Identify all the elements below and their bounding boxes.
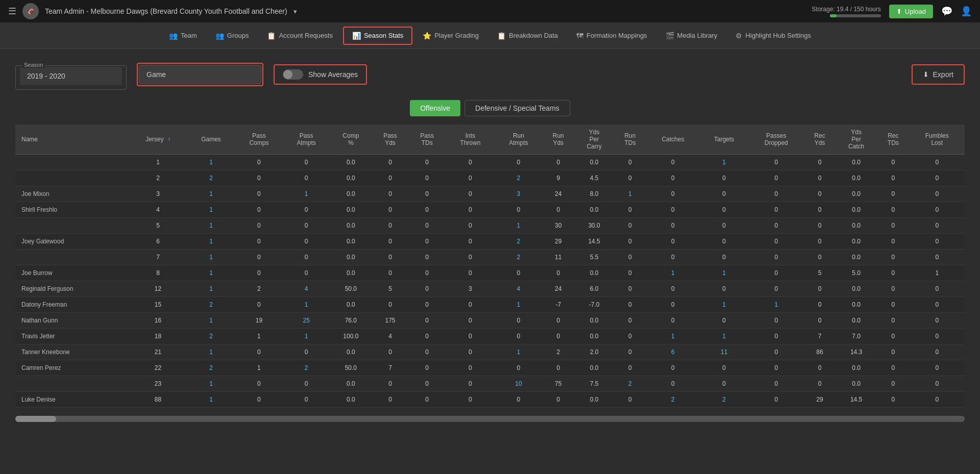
- cell-pass_atmpts: 0: [283, 376, 330, 392]
- cell-rec_yds: 0: [804, 186, 836, 202]
- sidebar-item-media-library[interactable]: 🎬 Media Library: [657, 28, 726, 44]
- sidebar-item-highlight-hub-settings[interactable]: ⚙ Highlight Hub Settings: [727, 28, 819, 44]
- tab-defensive-special[interactable]: Defensive / Special Teams: [464, 100, 570, 116]
- col-pass-comps[interactable]: PassComps: [235, 124, 283, 155]
- show-averages-toggle[interactable]: [283, 69, 303, 80]
- upload-button[interactable]: ⬆ Upload: [889, 5, 933, 18]
- cell-rec_tds: 0: [877, 218, 909, 234]
- cell-games: 1: [187, 186, 235, 202]
- cell-pass_comps: 2: [235, 281, 283, 297]
- cell-pass_atmpts: 0: [283, 170, 330, 186]
- cell-ints_thrown: 0: [446, 250, 495, 265]
- sidebar-item-breakdown-data[interactable]: 📋 Breakdown Data: [489, 28, 566, 44]
- table-row: 71000.00002115.5000000.000: [15, 250, 965, 265]
- col-pass-tds[interactable]: PassTDs: [409, 124, 446, 155]
- stats-table: Name Jersey ↑ Games PassComps PassAtmpts…: [15, 124, 965, 408]
- cell-rec_tds: 0: [877, 297, 909, 313]
- nav-player-grading-label: Player Grading: [434, 32, 479, 39]
- cell-comp_pct: 100.0: [330, 329, 372, 344]
- highlight-hub-icon: ⚙: [736, 32, 742, 40]
- cell-ints_thrown: 0: [446, 392, 495, 408]
- col-jersey[interactable]: Jersey ↑: [129, 124, 187, 155]
- cell-targets: 0: [700, 313, 749, 329]
- cell-pass_atmpts: 0: [283, 392, 330, 408]
- cell-yds_per_catch: 0.0: [836, 186, 877, 202]
- cell-comp_pct: 0.0: [330, 297, 372, 313]
- col-yds-per-catch[interactable]: YdsPerCatch: [836, 124, 877, 155]
- col-games[interactable]: Games: [187, 124, 235, 155]
- cell-yds_per_catch: 0.0: [836, 202, 877, 218]
- col-catches[interactable]: Catches: [646, 124, 700, 155]
- cell-yds_per_carry: 2.0: [575, 344, 614, 360]
- user-icon[interactable]: 👤: [961, 6, 972, 17]
- scrollbar-thumb[interactable]: [15, 416, 56, 422]
- cell-passes_dropped: 0: [749, 376, 804, 392]
- sidebar-item-season-stats[interactable]: 📊 Season Stats: [343, 27, 412, 45]
- horizontal-scrollbar[interactable]: [15, 416, 965, 422]
- game-select[interactable]: Game All Games: [139, 65, 261, 84]
- cell-fumbles_lost: 0: [910, 376, 965, 392]
- col-pass-atmpts[interactable]: PassAtmpts: [283, 124, 330, 155]
- cell-run_tds: 2: [614, 376, 646, 392]
- cell-rec_tds: 0: [877, 202, 909, 218]
- table-row: Joe Burrow81000.0000000.0011055.001: [15, 265, 965, 281]
- cell-run_tds: 0: [614, 234, 646, 250]
- team-logo: 🏈: [22, 3, 39, 19]
- cell-games: 2: [187, 329, 235, 344]
- cell-run_atmpts: 1: [495, 297, 542, 313]
- topbar-title: Team Admin - Melbourne Dawgs (Brevard Co…: [45, 7, 287, 15]
- cell-run_tds: 0: [614, 344, 646, 360]
- table-row: Luke Denise881000.0000000.002202914.500: [15, 392, 965, 408]
- export-label: Export: [933, 70, 953, 79]
- sidebar-item-formation-mappings[interactable]: 🗺 Formation Mappings: [568, 28, 655, 44]
- col-pass-yds[interactable]: PassYds: [372, 124, 408, 155]
- cell-catches: 1: [646, 265, 700, 281]
- cell-pass_yds: 0: [372, 155, 408, 170]
- cell-yds_per_carry: 14.5: [575, 234, 614, 250]
- cell-run_atmpts: 0: [495, 313, 542, 329]
- col-passes-dropped[interactable]: PassesDropped: [749, 124, 804, 155]
- cell-games: 1: [187, 202, 235, 218]
- cell-catches: 0: [646, 234, 700, 250]
- dropdown-arrow-icon[interactable]: ▾: [293, 8, 297, 15]
- col-comp-pct[interactable]: Comp%: [330, 124, 372, 155]
- cell-pass_atmpts: 0: [283, 155, 330, 170]
- season-select[interactable]: 2019 - 2020 2018 - 2019 2017 - 2018: [20, 67, 122, 85]
- cell-pass_atmpts: 1: [283, 329, 330, 344]
- cell-yds_per_catch: 7.0: [836, 329, 877, 344]
- hamburger-icon[interactable]: ☰: [8, 6, 16, 17]
- col-rec-tds[interactable]: RecTDs: [877, 124, 909, 155]
- sidebar-item-account-requests[interactable]: 📋 Account Requests: [259, 28, 341, 44]
- cell-rec_tds: 0: [877, 250, 909, 265]
- col-fumbles-lost[interactable]: FumblesLost: [910, 124, 965, 155]
- cell-yds_per_carry: 5.5: [575, 250, 614, 265]
- export-button[interactable]: ⬇ Export: [914, 66, 963, 83]
- cell-run_atmpts: 3: [495, 186, 542, 202]
- sidebar-item-team[interactable]: 👥 Team: [161, 28, 205, 44]
- cell-rec_yds: 0: [804, 155, 836, 170]
- cell-name: Shirll Freshlo: [15, 202, 129, 218]
- cell-fumbles_lost: 0: [910, 170, 965, 186]
- tab-offensive[interactable]: Offensive: [410, 100, 460, 116]
- col-ints-thrown[interactable]: IntsThrown: [446, 124, 495, 155]
- col-name[interactable]: Name: [15, 124, 129, 155]
- cell-name: Datony Freeman: [15, 297, 129, 313]
- cell-comp_pct: 0.0: [330, 170, 372, 186]
- cell-jersey: 16: [129, 313, 187, 329]
- col-run-tds[interactable]: RunTDs: [614, 124, 646, 155]
- cell-run_yds: 9: [542, 170, 574, 186]
- sidebar-item-player-grading[interactable]: ⭐ Player Grading: [414, 28, 487, 44]
- cell-run_tds: 0: [614, 392, 646, 408]
- messages-icon[interactable]: 💬: [941, 6, 952, 17]
- cell-jersey: 6: [129, 234, 187, 250]
- sidebar-item-groups[interactable]: 👥 Groups: [207, 28, 257, 44]
- col-rec-yds[interactable]: RecYds: [804, 124, 836, 155]
- cell-yds_per_catch: 0.0: [836, 234, 877, 250]
- col-run-atmpts[interactable]: RunAtmpts: [495, 124, 542, 155]
- cell-fumbles_lost: 1: [910, 265, 965, 281]
- col-yds-per-carry[interactable]: YdsPerCarry: [575, 124, 614, 155]
- nav-media-library-label: Media Library: [677, 32, 718, 39]
- col-targets[interactable]: Targets: [700, 124, 749, 155]
- cell-pass_atmpts: 1: [283, 297, 330, 313]
- col-run-yds[interactable]: RunYds: [542, 124, 574, 155]
